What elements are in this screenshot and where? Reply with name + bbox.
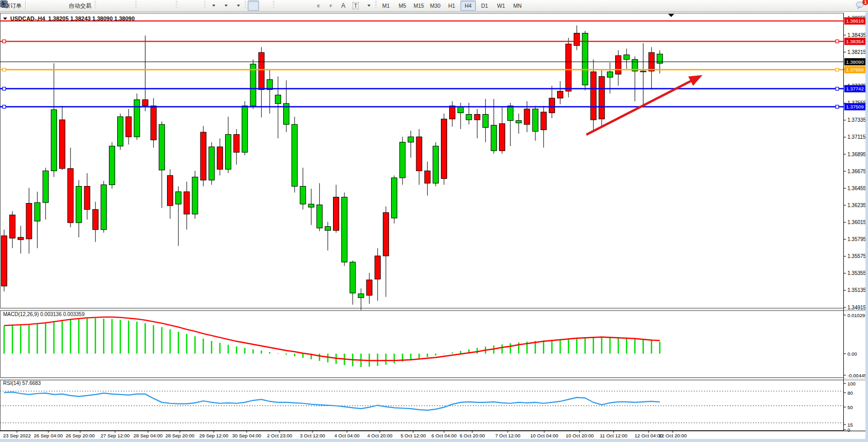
timeframe-label: MN — [511, 3, 524, 9]
text-tool-button[interactable]: A — [338, 1, 349, 11]
timeframe-d1-button[interactable]: D1 — [477, 1, 492, 11]
svg-text:1.36895: 1.36895 — [847, 152, 866, 157]
notifications-button[interactable]: 1 — [855, 1, 866, 11]
svg-text:1.38215: 1.38215 — [847, 49, 866, 55]
time-axis[interactable]: 23 Sep 202226 Sep 04:0026 Sep 20:0027 Se… — [3, 431, 687, 438]
terminal-button[interactable] — [41, 1, 52, 11]
timeframe-h4-button[interactable]: H4 — [460, 1, 476, 11]
timeframe-w1-button[interactable]: W1 — [493, 1, 509, 11]
vertical-line-tool-button[interactable] — [276, 1, 287, 11]
svg-text:1.35575: 1.35575 — [847, 253, 866, 259]
svg-text:1.36455: 1.36455 — [847, 186, 866, 191]
chart-window[interactable]: 1.386551.384351.382151.379951.377751.375… — [0, 12, 868, 442]
svg-text:5 Oct 12:00: 5 Oct 12:00 — [400, 433, 426, 438]
toolbar-grip — [204, 1, 206, 10]
search-button[interactable] — [843, 1, 854, 11]
candlestick-chart-button[interactable] — [110, 1, 121, 11]
zoom-out-button[interactable] — [151, 1, 162, 11]
toolbar-grip — [375, 1, 377, 10]
timeframe-label: M15 — [413, 3, 425, 9]
timeframe-m30-button[interactable]: M30 — [428, 1, 443, 11]
chevron-down-icon — [237, 5, 240, 7]
periods-button[interactable] — [219, 1, 231, 11]
label-tool-button[interactable]: T — [350, 1, 361, 11]
timeframe-label: M30 — [429, 3, 441, 9]
chart-ohlc: 1.38205 1.38243 1.38090 1.38090 — [48, 15, 135, 22]
timeframe-mn-button[interactable]: MN — [510, 1, 525, 11]
svg-text:27 Sep 12:00: 27 Sep 12:00 — [101, 433, 130, 438]
svg-text:1.36015: 1.36015 — [847, 219, 866, 225]
timeframe-label: M1 — [380, 3, 392, 9]
zoom-in-button[interactable] — [138, 1, 150, 11]
timeframe-label: H1 — [446, 3, 458, 9]
svg-text:1.36675: 1.36675 — [847, 169, 866, 174]
bar-chart-button[interactable] — [98, 1, 109, 11]
price-axis[interactable]: 1.386551.384351.382151.379951.377751.375… — [843, 15, 868, 433]
trendline-tool-button[interactable] — [301, 1, 312, 11]
timeframe-h1-button[interactable]: H1 — [444, 1, 459, 11]
svg-text:100: 100 — [847, 381, 856, 386]
fibonacci-tool-button[interactable]: F — [325, 1, 337, 11]
indicators-button[interactable] — [207, 1, 218, 11]
svg-text:1.38435: 1.38435 — [847, 32, 866, 38]
chevron-down-icon — [212, 5, 215, 7]
toolbar-grip — [273, 1, 274, 10]
autotrading-button[interactable]: 自动交易 — [66, 1, 93, 11]
cursor-tool-button[interactable] — [248, 1, 259, 11]
rsi-label: RSI(14) 57.6683 — [3, 380, 41, 386]
svg-text:28 Sep 04:00: 28 Sep 04:00 — [134, 433, 163, 438]
autotrading-label: 自动交易 — [69, 2, 91, 10]
svg-text:26 Sep 04:00: 26 Sep 04:00 — [34, 433, 63, 438]
horizontal-line-tool-button[interactable] — [288, 1, 300, 11]
crosshair-tool-button[interactable] — [260, 1, 271, 11]
symbol-dropdown-icon[interactable] — [3, 17, 7, 20]
chart-canvas[interactable]: 1.386551.384351.382151.379951.377751.375… — [0, 12, 868, 442]
timeframe-label: H4 — [462, 3, 474, 9]
fibonacci-tool-letter: F — [330, 4, 333, 8]
mt4-window: 新订单 — [0, 0, 868, 442]
svg-text:80: 80 — [847, 390, 853, 396]
svg-text:1.37988: 1.37988 — [846, 67, 863, 72]
toolbar-grip — [95, 1, 96, 10]
toolbar-separator — [25, 1, 27, 10]
channel-tool-letter: E — [317, 4, 320, 8]
svg-text:6 Oct 20:00: 6 Oct 20:00 — [459, 433, 485, 438]
auto-scroll-button[interactable] — [179, 1, 190, 11]
svg-text:26 Sep 20:00: 26 Sep 20:00 — [66, 433, 95, 438]
toolbar-grip — [245, 1, 246, 10]
macd-label: MACD(12,26,9) 0.003136 0.003359 — [3, 311, 84, 317]
chevron-down-icon — [367, 5, 371, 7]
templates-button[interactable] — [232, 1, 243, 11]
svg-text:4 Oct 04:00: 4 Oct 04:00 — [334, 433, 359, 438]
svg-text:0.00: 0.00 — [847, 351, 857, 357]
svg-text:1.37335: 1.37335 — [847, 117, 866, 123]
line-chart-button[interactable] — [122, 1, 134, 11]
svg-text:50: 50 — [847, 404, 853, 410]
svg-text:1.36235: 1.36235 — [847, 202, 866, 208]
timeframe-m5-button[interactable]: M5 — [395, 1, 410, 11]
svg-text:1.37742: 1.37742 — [846, 86, 863, 91]
timeframe-label: D1 — [478, 3, 491, 9]
alerts-button[interactable] — [29, 1, 40, 11]
signal-button[interactable] — [53, 1, 65, 11]
chart-shift-button[interactable] — [191, 1, 202, 11]
svg-text:2 Oct 23:00: 2 Oct 23:00 — [267, 433, 292, 438]
timeframe-m15-button[interactable]: M15 — [411, 1, 427, 11]
svg-text:1.35135: 1.35135 — [847, 287, 866, 293]
toolbar: 新订单 — [0, 0, 868, 12]
svg-text:6 Oct 04:00: 6 Oct 04:00 — [431, 433, 456, 438]
svg-text:23 Sep 2022: 23 Sep 2022 — [3, 433, 31, 438]
svg-text:1.34915: 1.34915 — [847, 305, 866, 310]
text-tool-icon: A — [341, 2, 345, 9]
channel-tool-button[interactable]: E — [313, 1, 324, 11]
timeframe-label: W1 — [495, 3, 507, 9]
svg-text:12 Oct 20:00: 12 Oct 20:00 — [659, 433, 687, 438]
arrows-tool-button[interactable] — [362, 1, 374, 11]
svg-text:1.38090: 1.38090 — [846, 59, 863, 65]
tile-windows-button[interactable] — [163, 1, 174, 11]
search-icon — [0, 0, 9, 9]
svg-text:29 Sep 12:00: 29 Sep 12:00 — [199, 433, 229, 438]
svg-text:1.38618: 1.38618 — [846, 18, 863, 24]
panel-borders — [0, 13, 868, 431]
timeframe-m1-button[interactable]: M1 — [378, 1, 394, 11]
